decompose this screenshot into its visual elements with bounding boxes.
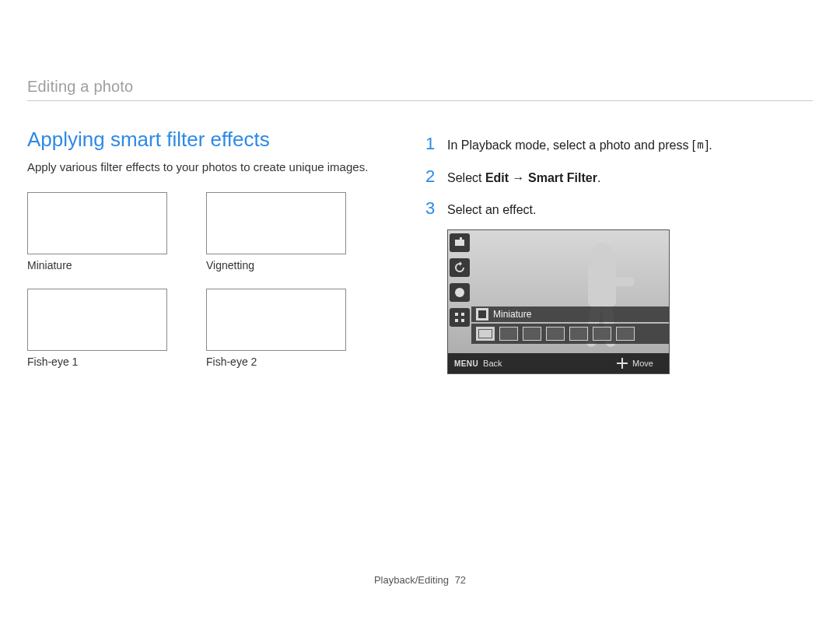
step-text: Select Edit → Smart Filter. (447, 170, 600, 187)
step-posttext: . (597, 171, 600, 184)
swatch-vignetting (206, 192, 346, 254)
lcd-move-label: Move (632, 359, 653, 368)
step-1: 1 In Playback mode, select a photo and p… (424, 132, 813, 156)
swatch-fisheye1 (27, 289, 167, 351)
steps-list: 1 In Playback mode, select a photo and p… (424, 132, 813, 220)
filter-chip (546, 327, 565, 341)
svg-point-5 (457, 293, 459, 295)
step-number: 1 (424, 132, 436, 156)
page-footer: Playback/Editing 72 (0, 574, 840, 586)
swatch-grid: Miniature Vignetting Fish-eye 1 Fish-eye… (27, 192, 362, 380)
page-title: Applying smart filter effects (27, 128, 369, 152)
lcd-filter-label: Miniature (493, 306, 531, 322)
palette-icon (450, 283, 470, 302)
lcd-back-label: Back (483, 359, 502, 368)
svg-point-3 (457, 290, 459, 292)
swatch-miniature (27, 192, 167, 254)
filter-chip (523, 327, 541, 341)
section-rule (27, 100, 813, 101)
svg-rect-8 (455, 319, 458, 322)
filter-chip (569, 327, 588, 341)
right-column: 1 In Playback mode, select a photo and p… (424, 128, 813, 380)
step-bold: Edit (485, 171, 509, 184)
swatch-caption: Vignetting (206, 259, 362, 271)
step-pretext: Select (447, 171, 485, 184)
left-column: Applying smart filter effects Apply vari… (27, 128, 369, 380)
swatch-fisheye2 (206, 289, 346, 351)
step-3: 3 Select an effect. (424, 197, 813, 220)
edit-icon (450, 233, 470, 252)
footer-page-number: 72 (455, 574, 466, 586)
swatch-caption: Miniature (27, 259, 183, 271)
svg-point-2 (455, 288, 464, 297)
step-text: In Playback mode, select a photo and pre… (447, 137, 712, 154)
svg-rect-9 (461, 319, 464, 322)
grid-icon (450, 308, 470, 327)
step-bold: Smart Filter (528, 171, 597, 184)
svg-rect-1 (460, 237, 462, 240)
svg-rect-7 (461, 313, 464, 316)
lcd-footer: MENU Back Move (448, 353, 669, 373)
step-number: 2 (424, 165, 436, 188)
lcd-side-icons (448, 230, 471, 330)
svg-rect-0 (455, 240, 464, 246)
arrow-icon: → (509, 171, 528, 184)
menu-key-icon: m (697, 138, 703, 152)
filter-chip (593, 327, 611, 341)
step-posttext: ]. (705, 138, 712, 152)
lcd-preview: Miniature MENU Back Move (447, 229, 670, 374)
dpad-icon (617, 358, 628, 369)
menu-tag: MENU (454, 359, 478, 368)
filter-chip (616, 327, 635, 341)
step-pretext: In Playback mode, select a photo and pre… (447, 138, 695, 152)
swatch-caption: Fish-eye 1 (27, 356, 183, 368)
swatch-caption: Fish-eye 2 (206, 356, 362, 368)
filter-chip (499, 327, 518, 341)
step-2: 2 Select Edit → Smart Filter. (424, 165, 813, 188)
svg-point-4 (460, 290, 462, 292)
step-text: Select an effect. (447, 201, 536, 219)
footer-chapter: Playback/Editing (374, 574, 449, 586)
svg-rect-6 (455, 313, 458, 316)
lead-text: Apply various filter effects to your pho… (27, 159, 369, 175)
filter-thumb-icon (476, 308, 488, 321)
lcd-filter-label-row: Miniature (471, 306, 669, 322)
lcd-filter-row (471, 324, 669, 344)
section-label: Editing a photo (27, 78, 813, 96)
filter-chip-selected (476, 327, 495, 341)
step-number: 3 (424, 197, 436, 220)
rotate-icon (450, 258, 470, 277)
